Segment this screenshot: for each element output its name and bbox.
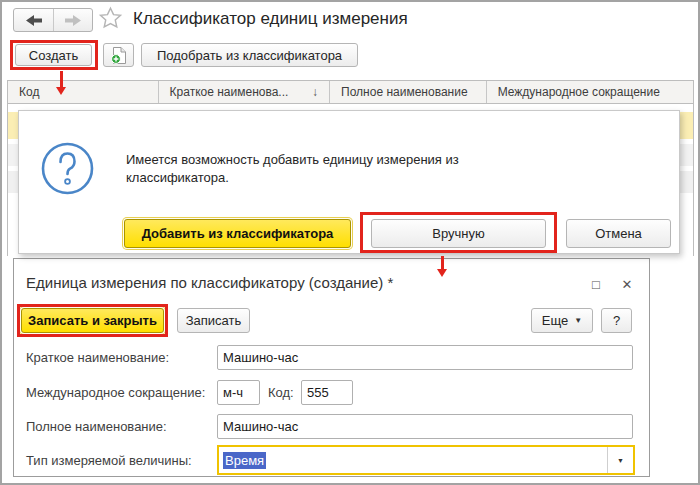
intl-abbr-label: Международное сокращение: bbox=[26, 380, 205, 405]
add-unit-dialog: Имеется возможность добавить единицу изм… bbox=[18, 110, 680, 254]
back-arrow-icon bbox=[26, 15, 42, 26]
units-table-header: Код Краткое наименова... ↓ Полное наимен… bbox=[7, 80, 694, 104]
save-and-close-button[interactable]: Записать и закрыть bbox=[21, 308, 164, 333]
pick-from-classifier-button[interactable]: Подобрать из классификатора bbox=[141, 43, 358, 67]
code-input[interactable] bbox=[301, 380, 353, 405]
create-group-button[interactable] bbox=[103, 43, 134, 67]
minimize-icon[interactable]: □ bbox=[587, 276, 605, 292]
chevron-down-icon: ▼ bbox=[617, 457, 624, 464]
cancel-button[interactable]: Отмена bbox=[566, 219, 671, 248]
short-name-input[interactable] bbox=[217, 345, 633, 370]
page-title: Классификатор единиц измерения bbox=[133, 9, 408, 29]
app-window: Классификатор единиц измерения Создать П… bbox=[0, 0, 700, 485]
help-button[interactable]: ? bbox=[601, 308, 632, 333]
question-icon bbox=[41, 142, 94, 199]
chevron-down-icon: ▼ bbox=[574, 316, 582, 325]
column-header-full-name[interactable]: Полное наименование bbox=[330, 81, 487, 103]
create-button[interactable]: Создать bbox=[15, 44, 92, 66]
column-header-code[interactable]: Код bbox=[8, 81, 159, 103]
favorite-star-icon[interactable] bbox=[98, 6, 123, 35]
measure-type-label: Тип измеряемой величины: bbox=[26, 448, 192, 473]
new-document-plus-icon bbox=[111, 47, 127, 64]
code-label: Код: bbox=[268, 380, 294, 405]
dialog-message-line2: классификатора. bbox=[126, 169, 576, 187]
dialog-message-line1: Имеется возможность добавить единицу изм… bbox=[126, 151, 576, 169]
save-button[interactable]: Записать bbox=[177, 308, 250, 333]
full-name-input[interactable] bbox=[217, 414, 633, 439]
form-title: Единица измерения по классификатору (соз… bbox=[26, 274, 393, 291]
add-from-classifier-button[interactable]: Добавить из классификатора bbox=[124, 219, 351, 248]
column-header-short-name[interactable]: Краткое наименова... ↓ bbox=[159, 81, 331, 103]
sort-descending-icon: ↓ bbox=[306, 85, 318, 99]
more-button[interactable]: Еще ▼ bbox=[531, 308, 593, 333]
combobox-dropdown-button[interactable]: ▼ bbox=[607, 447, 633, 473]
measure-type-combobox[interactable]: Время ▼ bbox=[217, 445, 635, 475]
close-icon[interactable]: ✕ bbox=[618, 276, 636, 292]
full-name-label: Полное наименование: bbox=[26, 414, 167, 439]
unit-form-window: Единица измерения по классификатору (соз… bbox=[13, 258, 650, 477]
measure-type-value: Время bbox=[219, 453, 266, 468]
back-button[interactable] bbox=[14, 9, 53, 31]
manual-button[interactable]: Вручную bbox=[371, 219, 546, 248]
dialog-message: Имеется возможность добавить единицу изм… bbox=[126, 151, 576, 187]
nav-button-group bbox=[13, 8, 93, 32]
forward-arrow-icon bbox=[65, 15, 81, 26]
column-header-intl-abbr[interactable]: Международное сокращение bbox=[487, 81, 693, 103]
short-name-label: Краткое наименование: bbox=[26, 345, 169, 370]
forward-button[interactable] bbox=[53, 9, 92, 31]
intl-abbr-input[interactable] bbox=[217, 380, 260, 405]
